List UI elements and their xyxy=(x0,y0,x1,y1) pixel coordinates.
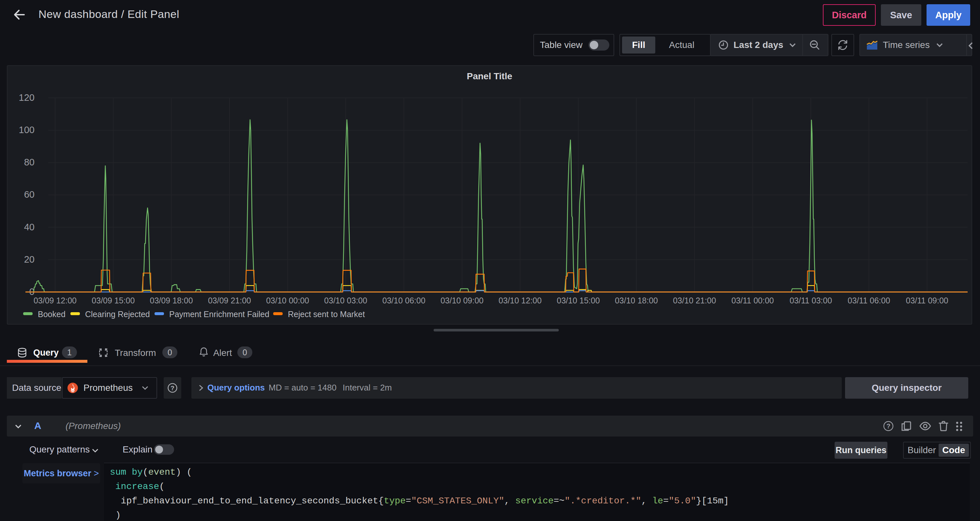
svg-text:03/10 00:00: 03/10 00:00 xyxy=(266,296,309,305)
svg-text:03/11 09:00: 03/11 09:00 xyxy=(906,296,948,305)
svg-text:03/09 18:00: 03/09 18:00 xyxy=(150,296,193,305)
svg-text:40: 40 xyxy=(24,222,35,232)
svg-text:80: 80 xyxy=(24,157,35,167)
svg-text:03/09 12:00: 03/09 12:00 xyxy=(33,296,76,305)
svg-text:03/09 15:00: 03/09 15:00 xyxy=(92,296,135,305)
svg-text:03/10 06:00: 03/10 06:00 xyxy=(382,296,425,305)
svg-text:?: ? xyxy=(886,422,890,430)
svg-text:03/11 03:00: 03/11 03:00 xyxy=(790,296,832,305)
svg-text:03/10 12:00: 03/10 12:00 xyxy=(498,296,541,305)
svg-text:Reject sent to Market: Reject sent to Market xyxy=(288,310,365,319)
svg-text:Payment Enrichment Failed: Payment Enrichment Failed xyxy=(169,310,269,319)
svg-text:120: 120 xyxy=(19,92,35,103)
svg-text:03/10 09:00: 03/10 09:00 xyxy=(441,296,484,305)
svg-text:03/10 18:00: 03/10 18:00 xyxy=(615,296,658,305)
svg-text:03/11 06:00: 03/11 06:00 xyxy=(848,296,890,305)
svg-text:Clearing Rejected: Clearing Rejected xyxy=(85,310,150,319)
svg-text:03/09 21:00: 03/09 21:00 xyxy=(208,296,251,305)
svg-text:20: 20 xyxy=(24,254,35,264)
svg-text:03/10 21:00: 03/10 21:00 xyxy=(673,296,716,305)
svg-text:03/10 15:00: 03/10 15:00 xyxy=(557,296,600,305)
svg-text:Booked: Booked xyxy=(38,310,65,319)
svg-text:03/10 03:00: 03/10 03:00 xyxy=(324,296,367,305)
svg-text:100: 100 xyxy=(19,124,35,135)
svg-text:03/11 00:00: 03/11 00:00 xyxy=(731,296,774,305)
svg-text:60: 60 xyxy=(24,189,35,200)
svg-text:?: ? xyxy=(170,385,174,392)
